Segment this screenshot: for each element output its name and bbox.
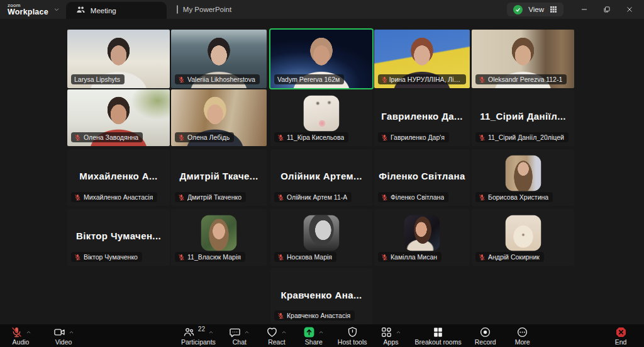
end-button[interactable]: End — [608, 326, 634, 346]
mic-muted-icon — [381, 254, 388, 261]
participant-avatar — [304, 215, 340, 251]
participant-name-label: Ірина НУРУЛЛІНА, Ліцей №20 — [378, 74, 466, 84]
participant-tile[interactable]: Михайленко А...Михайленко Анастасія — [67, 149, 170, 206]
chevron-up-icon[interactable] — [281, 329, 287, 335]
participant-tile[interactable]: Ірина НУРУЛЛІНА, Ліцей №20 — [374, 30, 470, 88]
participant-tile[interactable]: Філенко СвітланаФіленко Світлана — [374, 149, 470, 206]
shield-icon — [347, 326, 358, 338]
chevron-up-icon[interactable] — [26, 329, 31, 335]
mic-muted-icon — [479, 134, 486, 141]
grid-view-icon — [550, 6, 557, 13]
participant-display-name: Кравченко Ана... — [270, 290, 372, 300]
participant-name-label: Олена Лебідь — [175, 132, 234, 142]
participant-tile[interactable]: Носкова Марія — [270, 209, 372, 266]
participant-display-name: Дмитрій Ткаче... — [171, 171, 267, 181]
participant-tile[interactable]: Камілла Мисан — [374, 209, 470, 266]
chat-button[interactable]: Chat — [226, 326, 253, 346]
tab-meeting[interactable]: Meeting — [66, 2, 167, 19]
toolbar-button-label: Host tools — [338, 338, 367, 346]
participant-name-label: 11_Власюк Марія — [175, 252, 245, 262]
mic-muted-icon — [178, 76, 185, 83]
meeting-people-icon — [76, 5, 86, 16]
breakout-grid-icon — [432, 326, 444, 338]
record-dot-icon — [479, 326, 491, 338]
tab-label: My PowerPoint — [183, 6, 231, 13]
participants-icon — [183, 326, 195, 338]
participant-tile[interactable]: Борисова Христина — [472, 149, 574, 206]
chat-bubble-icon — [229, 326, 241, 338]
mic-muted-icon — [381, 134, 388, 141]
participant-tile[interactable]: Oleksandr Perezva 112-1 — [472, 30, 574, 88]
participant-tile[interactable]: Олена Лебідь — [171, 89, 267, 146]
more-button[interactable]: More — [509, 326, 536, 346]
participant-display-name: Михайленко А... — [67, 171, 170, 181]
participant-name-label: Дмитрій Ткаченко — [175, 192, 246, 202]
participant-avatar — [304, 95, 340, 131]
participant-name-label: Андрій Сокирник — [475, 252, 544, 262]
mic-muted-icon — [479, 194, 486, 201]
participant-name-label: Vadym Pererva 162м — [274, 74, 344, 84]
participant-tile[interactable]: Гавриленко Да...Гавриленко Дар'я — [374, 89, 470, 146]
heart-icon — [266, 326, 278, 338]
video-button[interactable]: Video — [50, 326, 77, 346]
share-button[interactable]: Share — [301, 326, 327, 346]
mic-muted-icon — [277, 312, 284, 319]
shared-screen-thumb-icon — [177, 6, 178, 13]
mic-muted-icon — [178, 134, 185, 141]
chevron-up-icon[interactable] — [318, 329, 324, 335]
toolbar-button-label: Video — [55, 338, 72, 346]
participant-avatar — [505, 215, 541, 251]
chevron-up-icon[interactable] — [244, 329, 250, 335]
end-call-octagon-icon — [615, 326, 627, 338]
apps-button[interactable]: Apps — [378, 326, 404, 346]
participant-tile[interactable]: Віктор Чумачен...Віктор Чумаченко — [67, 209, 170, 266]
participant-tile[interactable]: Дмитрій Ткаче...Дмитрій Ткаченко — [171, 149, 267, 206]
participant-tile[interactable]: Vadym Pererva 162м — [270, 30, 372, 88]
chevron-up-icon[interactable] — [69, 329, 74, 335]
minimize-button[interactable] — [574, 1, 595, 18]
mic-muted-icon — [479, 254, 486, 261]
participant-name-label: Носкова Марія — [274, 252, 336, 262]
chevron-down-icon — [53, 6, 60, 13]
mic-muted-icon — [381, 76, 387, 83]
participants-button[interactable]: 22Participants — [181, 326, 216, 346]
mic-muted-icon — [381, 194, 388, 201]
participant-name-label: Камілла Мисан — [378, 252, 441, 262]
view-button[interactable]: View — [507, 3, 564, 16]
titlebar: zoom Workplace MeetingMy PowerPoint View — [0, 0, 644, 19]
participant-tile[interactable]: 11_Сірий Даніїл...11_Сірий Даніїл_20ліце… — [472, 89, 574, 146]
maximize-button[interactable] — [596, 1, 618, 18]
chevron-up-icon[interactable] — [208, 329, 214, 335]
react-button[interactable]: React — [264, 326, 290, 346]
participant-tile[interactable]: Larysa Lipshyts — [67, 30, 170, 88]
mic-muted-icon — [277, 134, 284, 141]
participant-tile[interactable]: Valeriia Likhosherstova — [171, 30, 267, 88]
breakout-rooms-button[interactable]: Breakout rooms — [415, 326, 462, 346]
participant-name-label: 11_Сірий Даніїл_20ліцей — [475, 132, 569, 142]
participant-name-label: Oleksandr Perezva 112-1 — [475, 74, 567, 84]
participant-name-label: Михайленко Анастасія — [71, 192, 157, 202]
mic-muted-icon — [178, 194, 185, 201]
host-tools-button[interactable]: Host tools — [338, 326, 367, 346]
more-dots-icon — [516, 326, 528, 338]
workplace-menu[interactable]: zoom Workplace — [0, 0, 66, 19]
participant-tile[interactable]: Олена Заводянна — [67, 89, 170, 146]
security-shield-icon[interactable] — [513, 5, 523, 14]
tab-my-powerpoint[interactable]: My PowerPoint — [167, 0, 242, 19]
mic-muted-icon — [74, 134, 81, 141]
participant-tile[interactable]: 11_Власюк Марія — [171, 209, 267, 266]
participant-name-label: Олена Заводянна — [71, 132, 143, 142]
record-button[interactable]: Record — [472, 326, 499, 346]
audio-button[interactable]: Audio — [8, 326, 34, 346]
toolbar-button-label: Record — [475, 338, 496, 346]
participant-tile[interactable]: Олійник Артем...Олійник Артем 11-А — [270, 149, 372, 206]
view-label: View — [528, 6, 544, 13]
zoom-meeting-window: zoom Workplace MeetingMy PowerPoint View… — [0, 0, 644, 347]
participant-name-label: Гавриленко Дар'я — [378, 132, 449, 142]
participant-tile[interactable]: Андрій Сокирник — [472, 209, 574, 266]
participant-tile[interactable]: 11_Кіра Кисельова — [270, 89, 372, 146]
close-button[interactable] — [619, 1, 640, 18]
toolbar-button-label: Share — [305, 338, 323, 346]
chevron-up-icon[interactable] — [396, 329, 401, 335]
participant-tile[interactable]: Кравченко Ана...Кравченко Анастасія — [270, 268, 372, 324]
